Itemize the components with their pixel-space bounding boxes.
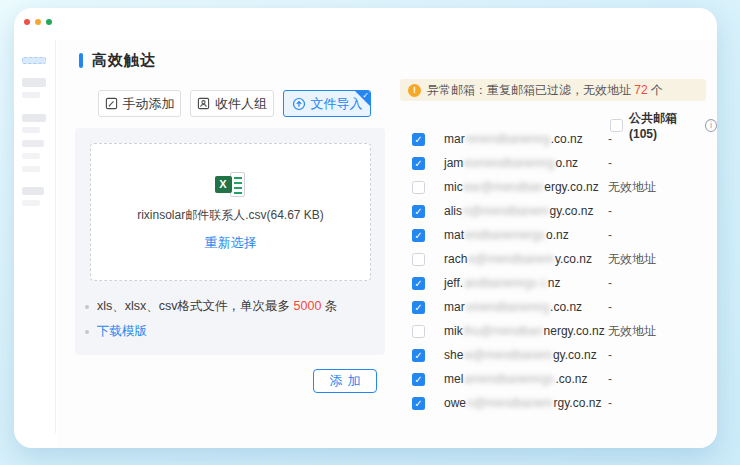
window-controls — [24, 19, 52, 25]
row-status: - — [608, 228, 612, 242]
blurred-segment: e@mendbanem — [468, 252, 554, 266]
blurred-segment: endbanemergs — [465, 228, 545, 242]
bullet-icon — [85, 305, 89, 309]
sidebar-item[interactable] — [22, 166, 40, 172]
email-row: rache@mendbanemy.co.nz无效地址 — [400, 247, 717, 271]
row-checkbox[interactable] — [412, 253, 425, 266]
main-content: 高效触达 手动添加 收件人组 — [57, 40, 717, 448]
row-status: - — [608, 132, 612, 146]
email-address: alisn@mendbanemgy.co.nz — [444, 204, 593, 218]
warning-icon: ! — [408, 84, 421, 97]
invalid-count: 72 — [634, 83, 647, 97]
blurred-segment: n@mendbanem — [467, 396, 553, 410]
title-accent-bar — [79, 53, 83, 68]
format-tip-row: xls、xlsx、csv格式文件，单次最多 5000 条 — [85, 298, 337, 315]
sidebar-item[interactable] — [22, 127, 40, 133]
tab-recipient-group[interactable]: 收件人组 — [190, 90, 274, 117]
sidebar-item[interactable] — [22, 187, 44, 195]
row-status: - — [608, 300, 612, 314]
email-row: ✓melamendbanemrgs.co.nz- — [400, 367, 717, 391]
blurred-segment: nmendbanemrg — [466, 132, 550, 146]
email-address: owen@mendbanemrgy.co.nz — [444, 396, 601, 410]
email-row: ✓shew@mendbanemgy.co.nz- — [400, 343, 717, 367]
row-checkbox[interactable]: ✓ — [412, 349, 425, 362]
banner-text: 异常邮箱：重复邮箱已过滤，无效地址 72 个 — [427, 82, 663, 99]
blurred-segment: amendbanemrgs — [464, 372, 554, 386]
excel-file-icon: X — [215, 172, 247, 199]
row-status: 无效地址 — [608, 251, 656, 268]
email-address: jamesmendbanemrgo.nz — [444, 156, 578, 170]
blurred-segment: thu@mendban — [464, 324, 543, 338]
tab-manual-add[interactable]: 手动添加 — [98, 90, 181, 117]
close-window-icon[interactable] — [24, 19, 30, 25]
row-checkbox[interactable]: ✓ — [412, 397, 425, 410]
row-status: - — [608, 348, 612, 362]
bullet-icon — [85, 330, 89, 334]
row-status: 无效地址 — [608, 323, 656, 340]
email-list: ✓marnmendbanemrg.co.nz-✓jamesmendbanemrg… — [400, 127, 717, 415]
row-checkbox[interactable]: ✓ — [412, 277, 425, 290]
sidebar-item[interactable] — [22, 200, 40, 206]
file-drop-zone[interactable]: X rixinsolar邮件联系人.csv(64.67 KB) 重新选择 — [90, 143, 371, 281]
minimize-window-icon[interactable] — [35, 19, 41, 25]
sidebar-item[interactable] — [22, 92, 40, 98]
row-checkbox[interactable]: ✓ — [412, 133, 425, 146]
row-checkbox[interactable]: ✓ — [412, 205, 425, 218]
email-address: micear@mendbanergy.co.nz — [444, 180, 599, 194]
abnormal-mailbox-banner: ! 异常邮箱：重复邮箱已过滤，无效地址 72 个 — [400, 79, 706, 101]
email-row: ✓matendbanemergso.nz- — [400, 223, 717, 247]
email-row: ✓alisn@mendbanemgy.co.nz- — [400, 199, 717, 223]
email-row: mikthu@mendbannergy.co.nz无效地址 — [400, 319, 717, 343]
tab-label: 收件人组 — [215, 95, 267, 113]
blurred-segment: andbanemrgs c — [464, 276, 547, 290]
email-address: marnmendbanemrg.co.nz — [444, 132, 583, 146]
page-title: 高效触达 — [92, 51, 156, 70]
email-row: ✓marsmendbanemrg.co.nz- — [400, 295, 717, 319]
sidebar-item-active[interactable] — [22, 57, 46, 64]
row-checkbox[interactable]: ✓ — [412, 229, 425, 242]
import-mode-tabs: 手动添加 收件人组 文件导入 ✓ — [98, 90, 371, 117]
uploaded-file-name: rixinsolar邮件联系人.csv(64.67 KB) — [137, 207, 324, 224]
reselect-file-link[interactable]: 重新选择 — [205, 234, 257, 252]
download-template-row: 下载模版 — [85, 323, 147, 340]
sidebar-item[interactable] — [22, 114, 46, 122]
email-address: melamendbanemrgs.co.nz — [444, 372, 587, 386]
blurred-segment: esmendbanemrg — [464, 156, 554, 170]
upload-circle-icon — [292, 97, 306, 111]
row-status: - — [608, 372, 612, 386]
row-checkbox[interactable]: ✓ — [412, 373, 425, 386]
row-status: - — [608, 276, 612, 290]
sidebar-item[interactable] — [22, 153, 40, 159]
sidebar-item[interactable] — [22, 78, 46, 87]
blurred-segment: ear@mendban — [464, 180, 544, 194]
row-status: - — [608, 396, 612, 410]
tab-file-import[interactable]: 文件导入 ✓ — [283, 90, 371, 117]
row-checkbox[interactable] — [412, 181, 425, 194]
download-template-link[interactable]: 下载模版 — [97, 323, 147, 340]
email-row: micear@mendbanergy.co.nz无效地址 — [400, 175, 717, 199]
recipient-group-icon — [197, 97, 210, 110]
sidebar-item[interactable] — [22, 140, 44, 147]
row-status: - — [608, 204, 612, 218]
row-checkbox[interactable]: ✓ — [412, 157, 425, 170]
row-checkbox[interactable] — [412, 325, 425, 338]
email-row: ✓marnmendbanemrg.co.nz- — [400, 127, 717, 151]
row-checkbox[interactable]: ✓ — [412, 301, 425, 314]
email-row: ✓jamesmendbanemrgo.nz- — [400, 151, 717, 175]
email-row: ✓jeff.andbanemrgs cnz- — [400, 271, 717, 295]
upload-panel: X rixinsolar邮件联系人.csv(64.67 KB) 重新选择 xls… — [75, 128, 385, 355]
edit-square-icon — [105, 97, 118, 110]
maximize-window-icon[interactable] — [46, 19, 52, 25]
email-address: jeff.andbanemrgs cnz — [444, 276, 561, 290]
email-address: marsmendbanemrg.co.nz — [444, 300, 582, 314]
checkmark-icon: ✓ — [362, 91, 369, 100]
tab-label: 手动添加 — [123, 95, 175, 113]
email-address: mikthu@mendbannergy.co.nz — [444, 324, 605, 338]
sidebar-skeleton — [14, 40, 56, 433]
app-window: 高效触达 手动添加 收件人组 — [14, 8, 717, 448]
email-address: rache@mendbanemy.co.nz — [444, 252, 592, 266]
email-address: matendbanemergso.nz — [444, 228, 569, 242]
max-count: 5000 — [294, 299, 322, 313]
add-button[interactable]: 添加 — [313, 369, 377, 393]
blurred-segment: n@mendbanem — [463, 204, 549, 218]
